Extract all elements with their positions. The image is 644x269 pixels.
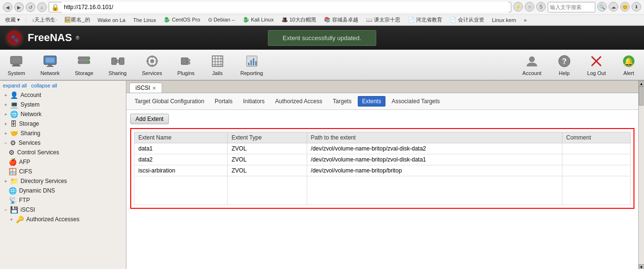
table-row[interactable]: data1 ZVOL /dev/zvol/volume-name-britop/… — [135, 143, 631, 154]
bookmark-niming[interactable]: 🖼️匿名_的 — [62, 16, 92, 24]
nav-item-network[interactable]: Network — [33, 52, 67, 78]
svg-rect-20 — [152, 55, 153, 58]
row3-name: iscsi-arbiration — [135, 165, 228, 176]
bookmark-hebei[interactable]: 📄 河北省教育 — [405, 16, 445, 24]
iscsi-tab-associated-targets[interactable]: Associated Targets — [387, 96, 444, 107]
bookmark-rongcheng[interactable]: 📚 容城县卓越 — [322, 16, 361, 24]
bookmark-more[interactable]: » — [521, 17, 529, 23]
svg-rect-25 — [187, 59, 190, 61]
iscsi-tab-targets[interactable]: Targets — [329, 96, 356, 107]
lightning-button[interactable]: ⚡ — [513, 2, 523, 11]
iscsi-tab-target-global[interactable]: Target Global Configuration — [130, 96, 208, 107]
sidebar-item-storage[interactable]: + 🗄 Storage — [0, 119, 126, 129]
scrollbar-thumb[interactable] — [639, 86, 644, 106]
tab-iscsi[interactable]: iSCSI ✕ — [129, 83, 162, 93]
table-row[interactable]: iscsi-arbiration ZVOL /dev/zvol/volume-n… — [135, 165, 631, 176]
bookmark-kuaiji[interactable]: 📄 会计从业资 — [447, 16, 487, 24]
alert-icon: 🔔 — [621, 54, 636, 69]
iscsi-tab-initiators[interactable]: Initiators — [239, 96, 269, 107]
sidebar-item-directory-services[interactable]: + 📁 Directory Services — [0, 176, 126, 186]
back-button[interactable]: ◀ — [3, 2, 12, 12]
bookmark-ketaizong[interactable]: 📖 课太宗十思 — [364, 16, 403, 24]
dynamic-dns-icon: 🌐 — [9, 187, 17, 194]
sidebar-item-cifs[interactable]: 🪟 CIFS — [0, 167, 126, 176]
address-bar[interactable] — [61, 2, 509, 12]
sidebar-item-afp[interactable]: 🍎 AFP — [0, 157, 126, 167]
nav-item-system[interactable]: System — [0, 52, 33, 78]
table-row[interactable]: data2 ZVOL /dev/zvol/volume-name-britop/… — [135, 154, 631, 165]
authorized-accesses-expand-icon: + — [9, 217, 14, 222]
add-extent-button[interactable]: Add Extent — [130, 114, 169, 124]
nav-item-jails[interactable]: Jails — [202, 52, 233, 78]
nav-item-account[interactable]: Account — [515, 52, 549, 78]
sidebar-item-account[interactable]: + 👤 Account — [0, 90, 126, 100]
row2-name: data2 — [135, 154, 228, 165]
sidebar-item-network[interactable]: + 🌐 Network — [0, 109, 126, 119]
bookmark-linuxkern[interactable]: Linux kern — [489, 17, 519, 23]
col-path: Path to the extent — [307, 132, 562, 143]
sidebar-item-dynamic-dns[interactable]: 🌐 Dynamic DNS — [0, 186, 126, 195]
nav-item-reporting[interactable]: Reporting — [233, 52, 271, 78]
scrollbar-track — [639, 86, 644, 264]
row1-comment — [562, 143, 630, 154]
svg-rect-4 — [13, 64, 20, 65]
success-banner: Extent successfully updated. — [268, 30, 376, 46]
row2-path: /dev/zvol/volume-name-britop/zvol-disk-d… — [307, 154, 562, 165]
svg-rect-38 — [255, 61, 257, 65]
storage-sidebar-icon: 🗄 — [10, 120, 17, 128]
iscsi-tab-portals[interactable]: Portals — [210, 96, 237, 107]
iscsi-tab-extents[interactable]: Extents — [358, 96, 385, 107]
nav-item-services[interactable]: Services — [134, 52, 169, 78]
sidebar-item-sharing[interactable]: + 🤝 Sharing — [0, 129, 126, 138]
download-button[interactable]: ⬇ — [632, 2, 641, 11]
nav-item-help[interactable]: ? Help — [549, 52, 580, 78]
row3-type: ZVOL — [228, 165, 307, 176]
authorized-accesses-label: Authorized Accesses — [26, 216, 79, 223]
browser-chrome: ◀ ▶ ↺ ⌂ 🔒 ⚡ ☆ S 🔍 ☁ 😊 ⬇ 收藏 ▾ | ↓天上书生· 🖼️… — [0, 0, 644, 26]
iscsi-tab-authorized-access[interactable]: Authorized Access — [271, 96, 327, 107]
scroll-down-button[interactable]: ▼ — [639, 264, 644, 269]
bookmark-shoucang[interactable]: 收藏 ▾ — [3, 16, 22, 24]
cloud-button[interactable]: ☁ — [609, 2, 618, 11]
emoji-button[interactable]: 😊 — [620, 2, 630, 11]
iscsi-sidebar-icon: 💾 — [10, 206, 18, 214]
nav-item-logout[interactable]: Log Out — [580, 52, 613, 78]
svg-text:🔔: 🔔 — [624, 57, 634, 66]
sidebar-item-control-services[interactable]: ⚙ Control Services — [0, 148, 126, 157]
bookmark-debian[interactable]: ⊙ Debian -- — [206, 16, 238, 23]
search-engine-button[interactable]: S — [536, 2, 546, 11]
bookmark-kalilinux[interactable]: 🐉 Kali Linux — [240, 16, 276, 23]
home-button[interactable]: ⌂ — [37, 2, 47, 12]
svg-rect-23 — [156, 61, 158, 62]
svg-rect-36 — [250, 60, 252, 65]
jails-icon — [210, 54, 225, 69]
bookmark-thelinux[interactable]: The Linux — [131, 17, 158, 23]
search-button[interactable]: 🔍 — [597, 2, 607, 11]
bookmark-10dahm[interactable]: 🎩 10大白帽黑 — [279, 16, 319, 24]
nav-item-alert[interactable]: 🔔 Alert — [613, 52, 644, 78]
bookmark-tianshangshusheng[interactable]: ↓天上书生· — [30, 16, 60, 24]
collapse-all-link[interactable]: collapse all — [31, 83, 57, 88]
search-input[interactable] — [548, 2, 595, 12]
sidebar-item-system[interactable]: + 💻 System — [0, 100, 126, 109]
account-icon — [524, 54, 540, 69]
nav-item-plugins[interactable]: Plugins — [170, 52, 202, 78]
scroll-up-button[interactable]: ▲ — [639, 81, 644, 86]
tab-close-icon[interactable]: ✕ — [152, 86, 156, 91]
bookmark-centospro[interactable]: 🐉 CentOS Pro — [161, 16, 202, 23]
expand-all-link[interactable]: expand all — [3, 83, 27, 88]
nav-item-storage[interactable]: Storage — [67, 52, 101, 78]
nav-item-sharing[interactable]: Sharing — [101, 52, 135, 78]
col-extent-type: Extent Type — [228, 132, 307, 143]
sidebar-item-authorized-accesses[interactable]: + 🔑 Authorized Accesses — [0, 215, 126, 224]
svg-rect-35 — [248, 63, 249, 65]
bookmark-wakeonla[interactable]: Wake on La — [95, 17, 128, 23]
sidebar-item-iscsi[interactable]: − 💾 iSCSI — [0, 205, 126, 215]
sidebar-item-services[interactable]: − ⚙ Services — [0, 138, 126, 148]
forward-button[interactable]: ▶ — [14, 2, 24, 12]
sidebar-item-ftp[interactable]: 📡 FTP — [0, 195, 126, 205]
star-button[interactable]: ☆ — [525, 2, 534, 11]
table-header-row: Extent Name Extent Type Path to the exte… — [135, 132, 631, 143]
refresh-button[interactable]: ↺ — [26, 2, 35, 12]
system-sidebar-icon: 💻 — [10, 101, 18, 108]
